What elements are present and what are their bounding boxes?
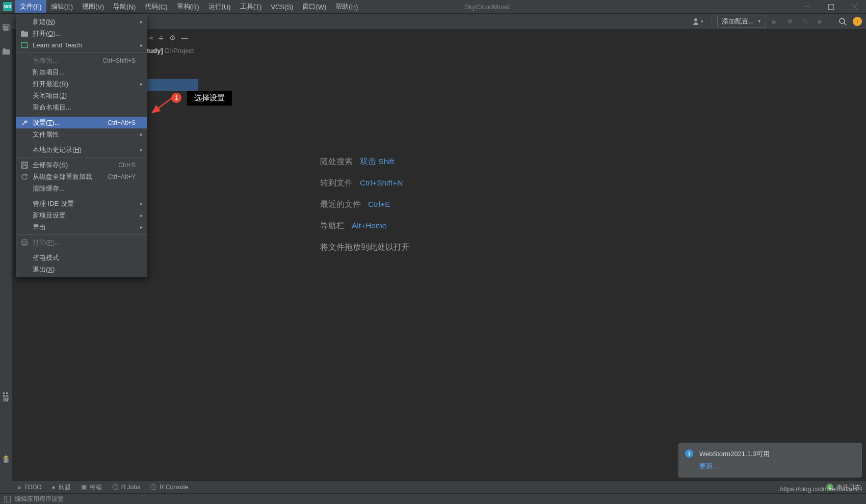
menu-item-打开最近[interactable]: 打开最近(R)▸ (16, 78, 147, 90)
menu-separator (16, 52, 147, 53)
menu-n[interactable]: 导航(N) (109, 0, 140, 13)
favorites-tab-icon[interactable]: ★ (0, 450, 12, 463)
menu-u[interactable]: 运行(U) (204, 0, 235, 13)
menu-item-管理-ide-设置[interactable]: 管理 IDE 设置▸ (16, 198, 147, 209)
tab-icon: ⓡ (112, 483, 118, 492)
user-icon[interactable]: ▾ (690, 16, 706, 26)
menu-item-退出[interactable]: 退出(X) (16, 263, 147, 275)
menu-item-本地历史记录[interactable]: 本地历史记录(H)▸ (16, 144, 147, 155)
menu-item-另存为...[interactable]: 另存为...Ctrl+Shift+S (16, 55, 147, 66)
bottom-tab-todo[interactable]: ≡TODO (17, 484, 41, 491)
chevron-right-icon: ▸ (140, 213, 143, 218)
tab-icon: ⓡ (150, 483, 156, 492)
app-logo: WS (3, 2, 12, 11)
search-everywhere-icon[interactable] (835, 16, 850, 26)
menu-item-文件属性[interactable]: 文件属性▸ (16, 128, 147, 140)
bottom-tab-r-jobs[interactable]: ⓡR Jobs (112, 483, 140, 492)
menu-item-打印[interactable]: 打印(P)... (16, 236, 147, 248)
svg-rect-7 (3, 392, 5, 394)
svg-rect-6 (3, 24, 9, 30)
svg-point-5 (839, 18, 845, 23)
menu-c[interactable]: 代码(C) (140, 0, 172, 13)
hide-icon[interactable]: — (181, 34, 188, 42)
chevron-right-icon: ▸ (140, 19, 143, 24)
reload-icon (20, 173, 29, 181)
minimize-button[interactable] (796, 0, 819, 13)
tab-icon: ● (51, 484, 55, 491)
menu-item-重命名项目...[interactable]: 重命名项目... (16, 101, 147, 113)
svg-rect-0 (828, 4, 833, 9)
menu-item-全部保存[interactable]: 全部保存(S)Ctrl+S (16, 159, 147, 171)
shortcut-hint: 双击 Shift (360, 151, 394, 172)
maximize-button[interactable] (819, 0, 843, 13)
chevron-down-icon: ▼ (757, 19, 762, 24)
run-coverage-button[interactable]: ↻ (800, 17, 811, 26)
notification-update-link[interactable]: 更新... (699, 462, 718, 471)
menu-e[interactable]: 编辑(E) (46, 0, 77, 13)
bottom-tab-终端[interactable]: ▣终端 (81, 483, 102, 492)
menu-item-learn-and-teach[interactable]: Learn and Teach▸ (16, 39, 147, 51)
menu-item-关闭项目[interactable]: 关闭项目(J) (16, 90, 147, 101)
welcome-drop-hint: 将文件拖放到此处以打开 (320, 236, 410, 258)
menu-item-新建[interactable]: 新建(N)▸ (16, 16, 147, 28)
menu-separator (16, 234, 147, 235)
menu-separator (16, 115, 147, 115)
svg-rect-9 (6, 392, 8, 394)
welcome-row: 转到文件Ctrl+Shift+N (320, 172, 410, 194)
chevron-right-icon: ▸ (140, 147, 143, 152)
menu-item-设置[interactable]: 设置(T)...Ctrl+Alt+S (16, 117, 147, 128)
menu-v[interactable]: 视图(V) (77, 0, 109, 13)
update-notification[interactable]: i WebStorm2021.1.3可用 更新... (678, 443, 862, 478)
debug-button[interactable] (783, 17, 797, 26)
svg-rect-12 (23, 162, 26, 164)
file-menu-dropdown: 新建(N)▸打开(O)...Learn and Teach▸另存为...Ctrl… (16, 14, 147, 277)
status-bar: 编辑应用程序设置 (0, 493, 866, 504)
run-config-selector[interactable]: 添加配置... ▼ (717, 15, 766, 28)
menu-h[interactable]: 帮助(H) (331, 0, 362, 13)
project-toolwindow-header: ⇥ ≑ ⚙ — (147, 30, 199, 46)
menu-w[interactable]: 窗口(W) (298, 0, 331, 13)
menu-item-清除缓存...[interactable]: 清除缓存... (16, 182, 147, 194)
chevron-right-icon: ▸ (140, 224, 143, 230)
menu-item-导出[interactable]: 导出▸ (16, 221, 147, 233)
menu-item-新项目设置[interactable]: 新项目设置▸ (16, 209, 147, 221)
breadcrumb-current: tudy] (147, 47, 163, 55)
svg-rect-19 (5, 496, 7, 502)
breadcrumb: tudy] D:\Project (147, 47, 194, 55)
expand-icon[interactable]: ⇥ (147, 34, 153, 42)
chevron-right-icon: ▸ (140, 201, 143, 206)
menu-t[interactable]: 工具(T) (235, 0, 267, 13)
window-controls (796, 0, 866, 13)
menu-item-打开[interactable]: 打开(O)... (16, 28, 147, 39)
close-button[interactable] (843, 0, 866, 13)
project-tab-icon[interactable] (0, 21, 12, 33)
menu-item-省电模式[interactable]: 省电模式 (16, 252, 147, 263)
menu-r[interactable]: 重构(R) (172, 0, 204, 13)
bottom-tab-问题[interactable]: ●问题 (51, 483, 70, 492)
structure-tab-icon[interactable] (0, 389, 12, 402)
run-button[interactable]: ▶ (769, 17, 780, 26)
folder-tab-icon[interactable] (0, 45, 12, 58)
menu-s[interactable]: VCS(S) (266, 0, 298, 13)
toolwindow-quick-access-icon[interactable] (4, 496, 11, 502)
print-icon (20, 238, 29, 247)
menu-f[interactable]: 文件(F) (15, 0, 46, 13)
svg-rect-8 (3, 395, 5, 396)
menu-separator (16, 196, 147, 196)
bottom-tab-r-console[interactable]: ⓡR Console (150, 483, 188, 492)
stop-button[interactable]: ■ (815, 17, 825, 26)
menu-item-从磁盘全部重新加载[interactable]: 从磁盘全部重新加载Ctrl+Alt+Y (16, 171, 147, 182)
shortcut-hint: Alt+Home (352, 215, 387, 236)
tab-icon: ≡ (17, 484, 21, 491)
collapse-icon[interactable]: ≑ (158, 34, 164, 42)
welcome-screen: 随处搜索双击 Shift转到文件Ctrl+Shift+N最近的文件Ctrl+E导… (320, 151, 410, 258)
ide-update-badge[interactable]: ↑ (853, 17, 862, 26)
svg-rect-10 (6, 395, 8, 396)
wrench-icon (20, 119, 29, 127)
annotation-arrow (149, 89, 175, 115)
gear-icon[interactable]: ⚙ (169, 34, 176, 42)
breadcrumb-path: D:\Project (163, 47, 194, 55)
welcome-row: 随处搜索双击 Shift (320, 151, 410, 172)
menu-separator (16, 157, 147, 157)
menu-item-附加项目...[interactable]: 附加项目... (16, 66, 147, 78)
